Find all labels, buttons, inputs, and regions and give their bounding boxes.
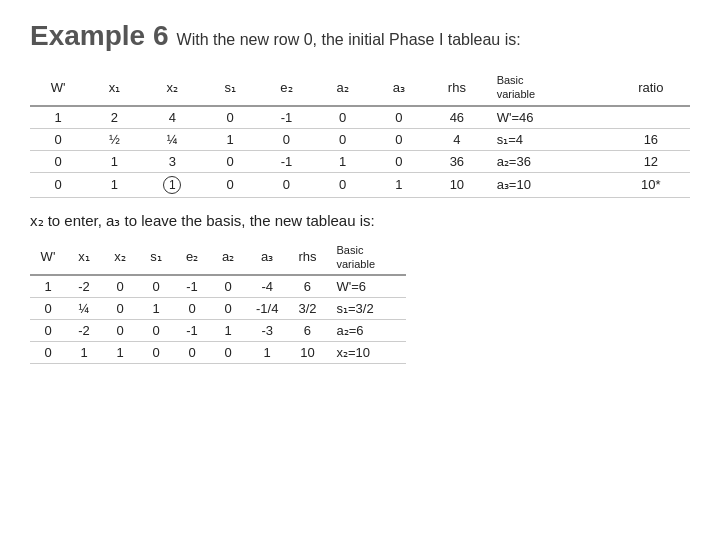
table-row: 0 1 3 0 -1 1 0 36 a₂=36 12 <box>30 150 690 172</box>
col2-header-x1: x₁ <box>66 240 102 276</box>
table-row: 0 -2 0 0 -1 1 -3 6 a₂=6 <box>30 320 406 342</box>
col2-header-x2: x₂ <box>102 240 138 276</box>
col-header-x1: x₁ <box>86 70 142 106</box>
page-title: Example 6With the new row 0, the initial… <box>30 20 690 52</box>
col-header-bv: Basicvariable <box>487 70 612 106</box>
col-header-w: W' <box>30 70 86 106</box>
table-row: 0 ¼ 0 1 0 0 -1/4 3/2 s₁=3/2 <box>30 298 406 320</box>
col-header-x2: x₂ <box>143 70 202 106</box>
table-row: 0 1 1 0 0 0 1 10 x₂=10 <box>30 342 406 364</box>
col-header-a3: a₃ <box>371 70 427 106</box>
table-row: 1 2 4 0 -1 0 0 46 W'=46 <box>30 106 690 129</box>
table-row: 0 ½ ¼ 1 0 0 0 4 s₁=4 16 <box>30 128 690 150</box>
tableau-2: W' x₁ x₂ s₁ e₂ a₂ a₃ rhs Basicvariable 1… <box>30 240 406 365</box>
col2-header-e2: e₂ <box>174 240 210 276</box>
col2-header-s1: s₁ <box>138 240 174 276</box>
col2-header-w: W' <box>30 240 66 276</box>
col-header-rhs: rhs <box>427 70 487 106</box>
table-row: 1 -2 0 0 -1 0 -4 6 W'=6 <box>30 275 406 298</box>
col2-header-a3: a₃ <box>246 240 288 276</box>
col2-header-a2: a₂ <box>210 240 246 276</box>
col2-header-rhs: rhs <box>288 240 326 276</box>
col2-header-bv: Basicvariable <box>326 240 406 276</box>
col-header-ratio: ratio <box>612 70 690 106</box>
col-header-a2: a₂ <box>315 70 371 106</box>
circled-1-cell: 1 <box>143 172 202 197</box>
table-row: 0 1 1 0 0 0 1 10 a₃=10 10* <box>30 172 690 197</box>
col-header-e2: e₂ <box>258 70 314 106</box>
enter-label: x₂ to enter, a₃ to leave the basis, the … <box>30 212 690 230</box>
tableau-1: W' x₁ x₂ s₁ e₂ a₂ a₃ rhs Basicvariable r… <box>30 70 690 198</box>
col-header-s1: s₁ <box>202 70 258 106</box>
